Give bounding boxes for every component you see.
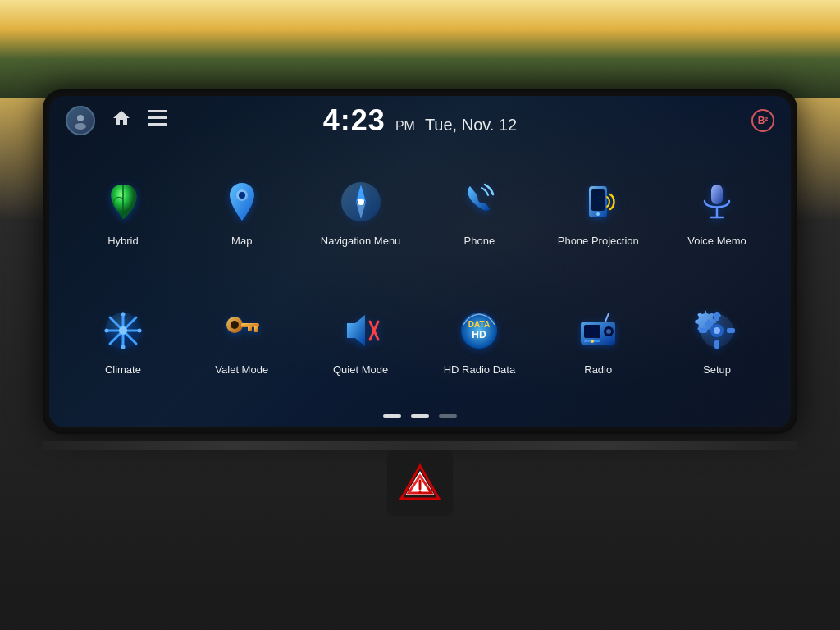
svg-point-11	[596, 212, 600, 216]
background-scenery	[0, 0, 840, 98]
app-grid: Hybrid	[49, 141, 791, 408]
status-left	[66, 106, 167, 135]
valet-mode-icon	[216, 304, 268, 357]
svg-rect-3	[148, 116, 167, 119]
below-screen-area	[43, 434, 797, 565]
infotainment-screen: 4:23 PM Tue, Nov. 12 B²	[49, 96, 791, 427]
svg-rect-46	[727, 328, 735, 333]
climate-label: Climate	[105, 363, 141, 377]
screen-bezel: 4:23 PM Tue, Nov. 12 B²	[43, 89, 797, 434]
page-dot-2[interactable]	[411, 414, 429, 418]
radio-label: Radio	[584, 363, 612, 377]
hd-radio-data-label: HD Radio Data	[444, 363, 515, 377]
hazard-button[interactable]	[387, 450, 453, 516]
app-valet-mode[interactable]: Valet Mode	[185, 279, 299, 404]
app-climate[interactable]: Climate	[66, 279, 180, 404]
svg-point-50	[714, 327, 720, 334]
time-display: 4:23	[323, 103, 386, 138]
app-radio[interactable]: Radio	[541, 279, 655, 404]
svg-rect-10	[591, 189, 605, 211]
svg-point-8	[358, 199, 364, 205]
voice-memo-label: Voice Memo	[687, 235, 746, 249]
page-dots	[49, 408, 791, 427]
phone-projection-label: Phone Projection	[558, 235, 639, 249]
status-center: 4:23 PM Tue, Nov. 12	[323, 103, 517, 138]
app-hd-radio-data[interactable]: DATA HD HD Radio Data	[422, 279, 536, 404]
home-icon[interactable]	[112, 108, 131, 132]
svg-rect-36	[584, 325, 600, 338]
svg-point-41	[591, 340, 594, 343]
svg-text:DATA: DATA	[468, 320, 490, 329]
vent-strip-top	[43, 441, 797, 450]
time-suffix: PM	[395, 119, 415, 134]
svg-rect-28	[254, 326, 258, 332]
svg-point-21	[121, 313, 125, 317]
map-label: Map	[231, 235, 252, 249]
phone-label: Phone	[464, 235, 495, 249]
setup-label: Setup	[703, 363, 731, 377]
quiet-mode-icon	[335, 304, 387, 357]
svg-line-39	[605, 313, 609, 322]
svg-point-24	[137, 329, 141, 333]
app-phone-projection[interactable]: Phone Projection	[541, 149, 655, 275]
radio-icon	[572, 304, 624, 357]
quiet-mode-label: Quiet Mode	[333, 363, 388, 377]
status-right: B²	[751, 109, 774, 132]
svg-point-38	[606, 329, 611, 334]
app-navigation-menu[interactable]: Navigation Menu	[304, 149, 418, 275]
climate-icon	[97, 304, 149, 357]
voice-memo-icon	[691, 176, 743, 228]
hybrid-label: Hybrid	[107, 235, 139, 249]
svg-rect-44	[714, 340, 719, 349]
svg-point-1	[75, 123, 86, 130]
svg-rect-29	[248, 326, 252, 331]
svg-rect-4	[148, 123, 167, 126]
menu-icon[interactable]	[148, 110, 167, 130]
app-quiet-mode[interactable]: Quiet Mode	[304, 279, 418, 404]
app-setup[interactable]: Setup	[660, 279, 774, 404]
svg-rect-45	[699, 328, 707, 333]
page-dot-3[interactable]	[439, 414, 457, 418]
svg-point-26	[231, 321, 239, 329]
bluetooth-badge: B²	[751, 109, 774, 132]
svg-rect-12	[711, 185, 723, 204]
app-map[interactable]: Map	[185, 149, 299, 275]
navigation-menu-label: Navigation Menu	[321, 235, 401, 249]
phone-projection-icon	[572, 176, 624, 228]
car-frame: 4:23 PM Tue, Nov. 12 B²	[0, 0, 840, 630]
svg-point-23	[104, 329, 108, 333]
app-phone[interactable]: Phone	[422, 149, 536, 275]
setup-icon	[691, 304, 743, 357]
app-voice-memo[interactable]: Voice Memo	[660, 149, 774, 275]
page-dot-1[interactable]	[383, 414, 401, 418]
date-display: Tue, Nov. 12	[425, 116, 517, 135]
hazard-triangle-icon	[399, 463, 441, 504]
svg-point-0	[77, 115, 84, 121]
svg-point-6	[239, 192, 245, 199]
svg-text:HD: HD	[472, 329, 487, 340]
hybrid-icon	[97, 176, 149, 228]
navigation-menu-icon	[335, 176, 387, 228]
svg-point-20	[119, 326, 127, 335]
map-icon	[216, 176, 268, 228]
valet-mode-label: Valet Mode	[215, 363, 268, 377]
hd-radio-data-icon: DATA HD	[453, 304, 505, 357]
profile-avatar[interactable]	[66, 106, 95, 135]
svg-point-55	[419, 491, 422, 494]
status-bar: 4:23 PM Tue, Nov. 12 B²	[49, 96, 791, 141]
phone-icon	[453, 176, 505, 228]
svg-rect-2	[148, 110, 167, 112]
svg-point-22	[121, 345, 125, 349]
app-hybrid[interactable]: Hybrid	[66, 149, 180, 275]
